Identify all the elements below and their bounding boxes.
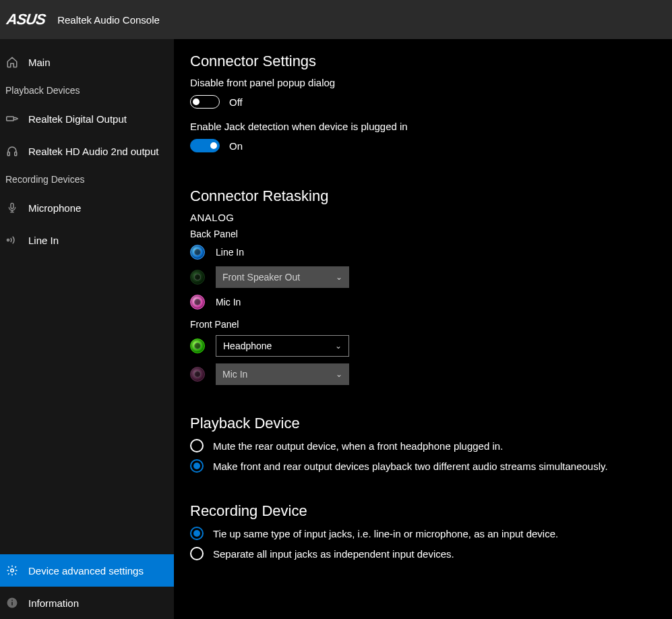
main-content: Connector Settings Disable front panel p… xyxy=(174,39,672,619)
gear-icon xyxy=(5,564,19,577)
enable-jack-label: Enable Jack detection when device is plu… xyxy=(190,121,672,132)
radio-label: Separate all input jacks as independent … xyxy=(213,548,454,560)
radio-icon xyxy=(190,527,204,540)
disable-popup-state: Off xyxy=(229,96,243,108)
sidebar-item-advanced[interactable]: Device advanced settings xyxy=(0,554,174,587)
section-playback-device: Playback Device xyxy=(190,415,672,432)
headphones-icon xyxy=(5,144,19,158)
radio-icon xyxy=(190,547,204,560)
jack-mic-in-back-label: Mic In xyxy=(216,297,241,307)
recording-option-tieup[interactable]: Tie up same type of input jacks, i.e. li… xyxy=(190,527,672,540)
svg-rect-8 xyxy=(11,600,13,601)
sidebar-item-digital-output[interactable]: Realtek Digital Output xyxy=(0,102,174,135)
sidebar-item-main[interactable]: Main xyxy=(0,46,174,78)
back-panel-label: Back Panel xyxy=(190,229,672,239)
sidebar-item-label: Microphone xyxy=(28,202,81,214)
signal-icon xyxy=(5,233,19,247)
radio-label: Tie up same type of input jacks, i.e. li… xyxy=(213,528,558,539)
dropdown-value: Mic In xyxy=(222,369,247,380)
radio-label: Make front and rear output devices playb… xyxy=(213,461,608,472)
info-icon xyxy=(5,596,19,610)
app-title: Realtek Audio Console xyxy=(57,14,160,26)
svg-point-5 xyxy=(11,569,14,572)
chevron-down-icon: ⌄ xyxy=(336,272,342,282)
radio-icon xyxy=(190,459,204,473)
sidebar-item-information[interactable]: Information xyxy=(0,587,174,619)
home-icon xyxy=(5,55,19,69)
sidebar-item-label: Realtek Digital Output xyxy=(28,113,127,125)
title-bar: ASUS Realtek Audio Console xyxy=(0,0,672,39)
jack-mic-in-back-icon[interactable] xyxy=(190,295,205,310)
dropdown-value: Front Speaker Out xyxy=(222,272,300,283)
svg-point-4 xyxy=(7,239,9,241)
jack-line-in-icon[interactable] xyxy=(190,245,205,260)
analog-label: ANALOG xyxy=(190,212,672,223)
dropdown-value: Headphone xyxy=(223,341,272,351)
microphone-icon xyxy=(5,201,19,214)
sidebar-item-label: Main xyxy=(28,57,51,68)
jack-headphone-icon[interactable] xyxy=(190,338,205,353)
enable-jack-toggle[interactable] xyxy=(190,139,220,152)
mic-in-front-dropdown[interactable]: Mic In ⌄ xyxy=(216,363,349,385)
sidebar-item-label: Line In xyxy=(28,235,59,246)
radio-icon xyxy=(190,439,204,452)
playback-option-mute[interactable]: Mute the rear output device, when a fron… xyxy=(190,439,672,452)
front-panel-label: Front Panel xyxy=(190,319,672,330)
chevron-down-icon: ⌄ xyxy=(335,341,342,351)
svg-rect-2 xyxy=(15,152,17,156)
sidebar-header-recording: Recording Devices xyxy=(0,167,174,191)
sidebar-item-label: Realtek HD Audio 2nd output xyxy=(28,146,158,157)
sidebar: Main Playback Devices Realtek Digital Ou… xyxy=(0,39,174,619)
optical-icon xyxy=(5,112,19,125)
headphone-dropdown[interactable]: Headphone ⌄ xyxy=(216,335,349,357)
svg-rect-1 xyxy=(7,152,9,156)
sidebar-item-label: Device advanced settings xyxy=(28,565,144,577)
recording-option-separate[interactable]: Separate all input jacks as independent … xyxy=(190,547,672,560)
section-connector-retasking: Connector Retasking xyxy=(190,187,672,205)
jack-front-speaker-icon[interactable] xyxy=(190,270,205,285)
disable-popup-toggle[interactable] xyxy=(190,95,220,109)
jack-line-in-label: Line In xyxy=(216,247,244,258)
svg-rect-3 xyxy=(11,203,13,208)
enable-jack-state: On xyxy=(229,140,243,152)
radio-label: Mute the rear output device, when a fron… xyxy=(213,440,503,452)
jack-mic-in-front-icon[interactable] xyxy=(190,367,205,382)
section-recording-device: Recording Device xyxy=(190,502,672,520)
svg-rect-7 xyxy=(11,602,13,606)
disable-popup-label: Disable front panel popup dialog xyxy=(190,77,672,88)
sidebar-item-hd-audio-2[interactable]: Realtek HD Audio 2nd output xyxy=(0,135,174,167)
sidebar-item-linein[interactable]: Line In xyxy=(0,224,174,256)
asus-logo: ASUS xyxy=(5,11,47,28)
svg-rect-0 xyxy=(7,117,14,121)
chevron-down-icon: ⌄ xyxy=(336,370,342,379)
sidebar-item-microphone[interactable]: Microphone xyxy=(0,191,174,224)
sidebar-header-playback: Playback Devices xyxy=(0,78,174,102)
front-speaker-dropdown[interactable]: Front Speaker Out ⌄ xyxy=(216,266,349,288)
section-connector-settings: Connector Settings xyxy=(190,53,672,70)
playback-option-simultaneous[interactable]: Make front and rear output devices playb… xyxy=(190,459,672,473)
sidebar-item-label: Information xyxy=(28,597,79,609)
